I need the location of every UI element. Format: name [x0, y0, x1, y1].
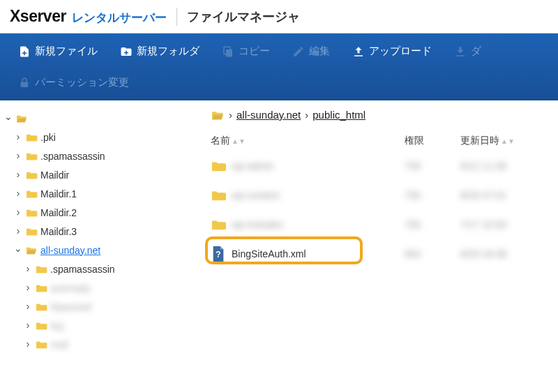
new-folder-button[interactable]: 新規フォルダ	[109, 38, 211, 65]
breadcrumb-separator: ›	[305, 109, 308, 121]
breadcrumb-separator: ›	[229, 109, 232, 121]
permission-button: パーミッション変更	[7, 69, 140, 96]
table-row-highlighted[interactable]: ? BingSiteAuth.xml 604 8/29 16:38	[211, 239, 558, 269]
file-unknown-icon: ?	[211, 245, 226, 263]
column-header-permission[interactable]: 権限	[405, 135, 460, 147]
edit-button: 編集	[281, 38, 341, 65]
app-header: Xserver レンタルサーバー ファイルマネージャ	[0, 0, 558, 33]
tree-item-hidden[interactable]: mail	[24, 335, 194, 354]
folder-icon	[35, 283, 47, 293]
chevron-right-icon[interactable]	[24, 260, 32, 278]
folder-icon	[211, 157, 226, 175]
svg-rect-3	[456, 55, 465, 56]
folder-tree-sidebar: .pki .spamassassin Maildir Maildir.1 Mai…	[0, 100, 198, 392]
chevron-right-icon[interactable]	[14, 147, 22, 165]
folder-icon	[25, 208, 38, 218]
table-row[interactable]: wp-includes 755 7/17 10:50	[211, 210, 558, 239]
file-list-panel: › all-sunday.net › public_html 名前▲▼ 権限 更…	[198, 100, 558, 392]
app-title: ファイルマネージャ	[187, 8, 300, 25]
chevron-down-icon[interactable]	[14, 241, 22, 259]
new-folder-icon	[120, 45, 133, 58]
sort-icon: ▲▼	[232, 137, 246, 145]
folder-icon	[211, 216, 226, 234]
copy-icon	[222, 45, 234, 58]
main-area: .pki .spamassassin Maildir Maildir.1 Mai…	[0, 100, 558, 392]
new-file-button[interactable]: 新規ファイル	[7, 38, 109, 65]
column-header-date[interactable]: 更新日時▲▼	[460, 135, 558, 147]
svg-rect-4	[21, 82, 29, 87]
folder-icon	[25, 227, 38, 236]
folder-icon	[35, 340, 47, 349]
folder-open-icon	[25, 246, 38, 255]
folder-open-icon	[15, 114, 28, 123]
toolbar: 新規ファイル 新規フォルダ コピー 編集 アップロード ダ パーミッション変更	[0, 33, 558, 100]
table-row[interactable]: wp-admin 755 6/12 11:36	[211, 151, 558, 181]
chevron-right-icon[interactable]	[14, 223, 22, 240]
chevron-right-icon[interactable]	[14, 204, 22, 221]
brand-logo: Xserver レンタルサーバー	[10, 7, 167, 26]
tree-item-hidden[interactable]: htpasswd	[24, 297, 194, 316]
tree-item-maildir3[interactable]: Maildir.3	[14, 222, 194, 241]
folder-open-icon	[211, 110, 225, 121]
header-divider	[176, 8, 177, 26]
tree-root[interactable]: .pki .spamassassin Maildir Maildir.1 Mai…	[4, 109, 194, 354]
breadcrumb-link[interactable]: public_html	[312, 109, 365, 121]
upload-button[interactable]: アップロード	[341, 38, 443, 65]
folder-icon	[25, 133, 38, 142]
breadcrumb: › all-sunday.net › public_html	[211, 109, 558, 130]
tree-item-maildir[interactable]: Maildir	[14, 165, 194, 184]
svg-text:?: ?	[216, 250, 220, 260]
tree-item-all-sunday[interactable]: all-sunday.net .spamassassin autoreply h…	[14, 241, 194, 354]
chevron-right-icon[interactable]	[24, 317, 32, 334]
lock-icon	[18, 77, 31, 89]
folder-icon	[35, 321, 47, 331]
brand-main: Xserver	[10, 7, 66, 26]
chevron-right-icon[interactable]	[14, 185, 22, 202]
tree-item-hidden[interactable]: log	[24, 316, 194, 335]
folder-icon	[211, 186, 226, 204]
tree-item-maildir1[interactable]: Maildir.1	[14, 184, 194, 203]
upload-icon	[352, 45, 365, 58]
pencil-icon	[292, 45, 305, 58]
tree-item-spamassassin[interactable]: .spamassassin	[14, 146, 194, 165]
breadcrumb-link[interactable]: all-sunday.net	[236, 109, 301, 121]
folder-icon	[25, 151, 38, 161]
svg-rect-2	[354, 55, 363, 56]
folder-icon	[35, 264, 47, 274]
sort-icon: ▲▼	[501, 137, 515, 145]
tree-item-maildir2[interactable]: Maildir.2	[14, 203, 194, 222]
download-button: ダ	[443, 38, 492, 65]
tree-item-pki[interactable]: .pki	[14, 128, 194, 146]
table-header: 名前▲▼ 権限 更新日時▲▼	[211, 130, 558, 151]
chevron-down-icon[interactable]	[4, 110, 13, 127]
folder-icon	[25, 189, 38, 199]
svg-rect-0	[226, 50, 232, 57]
chevron-right-icon[interactable]	[24, 298, 32, 315]
chevron-right-icon[interactable]	[14, 128, 22, 146]
tree-item-hidden[interactable]: autoreply	[24, 278, 194, 297]
table-row[interactable]: wp-content 755 8/29 07:01	[211, 181, 558, 210]
folder-icon	[25, 170, 38, 180]
file-name: BingSiteAuth.xml	[232, 248, 306, 259]
download-icon	[454, 45, 467, 58]
new-file-icon	[18, 45, 31, 58]
tree-item-spamassassin2[interactable]: .spamassassin	[24, 259, 194, 278]
chevron-right-icon[interactable]	[24, 279, 32, 296]
column-header-name[interactable]: 名前▲▼	[211, 135, 405, 147]
copy-button: コピー	[211, 38, 281, 65]
chevron-right-icon[interactable]	[24, 336, 32, 353]
chevron-right-icon[interactable]	[14, 166, 22, 183]
folder-icon	[35, 302, 47, 312]
brand-sub: レンタルサーバー	[72, 10, 167, 26]
